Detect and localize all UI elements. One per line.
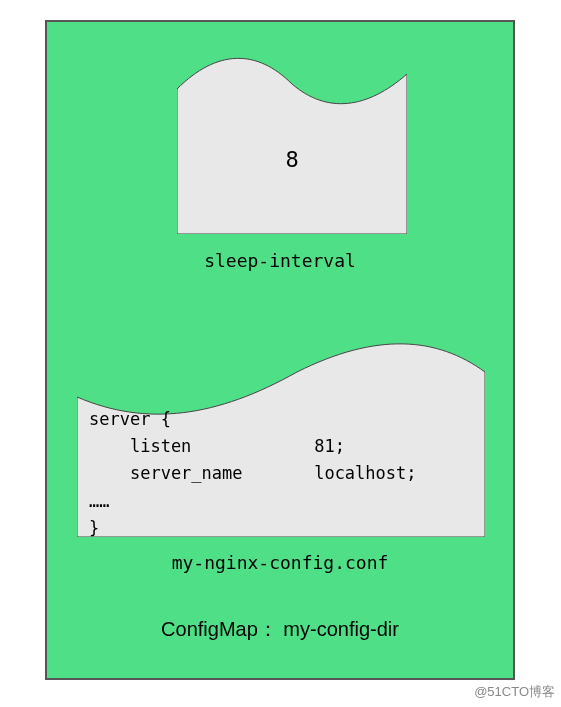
- watermark-label: @51CTO博客: [474, 683, 555, 701]
- config-entry-key: sleep-interval: [47, 250, 513, 271]
- config-entry-card: server { listen 81; server_name localhos…: [77, 342, 485, 537]
- configmap-title: ConfigMap： my-config-dir: [47, 616, 513, 643]
- config-entry-value: 8: [177, 54, 407, 234]
- config-entry-key: my-nginx-config.conf: [47, 552, 513, 573]
- config-entry-value: server { listen 81; server_name localhos…: [89, 406, 473, 542]
- configmap-container: 8 sleep-interval server { listen 81; ser…: [45, 20, 515, 680]
- config-entry-card: 8: [177, 54, 407, 234]
